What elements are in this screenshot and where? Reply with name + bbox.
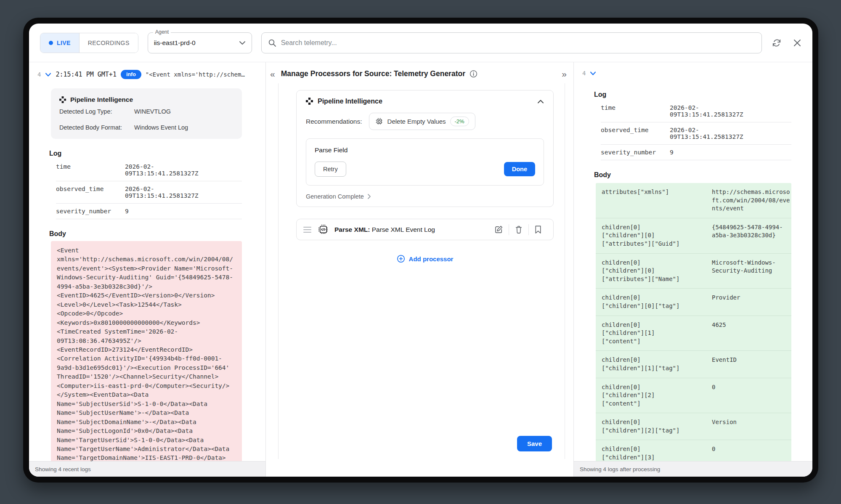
log-kv-row: observed_time 2026-02- 09T13:15:41.25813… — [56, 181, 242, 204]
search-input[interactable]: Search telemetry... — [261, 32, 762, 53]
edit-processor-icon[interactable] — [489, 225, 509, 234]
search-icon — [268, 39, 276, 47]
agent-select-value: iis-east1-prd-0 — [154, 39, 239, 47]
search-placeholder: Search telemetry... — [281, 39, 337, 47]
add-processor-button[interactable]: Add processor — [296, 255, 554, 263]
log-kv-row: severity_number 9 — [601, 145, 791, 160]
log-entry-index: 4 — [37, 71, 41, 78]
processed-body-table: attributes["xmlns"] http://schemas.micro… — [596, 183, 791, 461]
parse-field-title: Parse Field — [315, 146, 535, 154]
info-icon[interactable] — [470, 70, 478, 78]
recommendation-chip-label: Delete Empty Values — [387, 118, 446, 125]
processors-panel: « Manage Processors for Source: Telemetr… — [266, 62, 573, 477]
mode-toggle: LIVE RECORDINGS — [40, 33, 138, 53]
collapse-right-icon[interactable]: » — [562, 69, 567, 78]
left-status-text: Showing 4 recent logs — [35, 466, 91, 472]
processed-body-row: children[0] ["children"][2] ["content"] … — [596, 378, 791, 414]
processor-name-prefix: Parse XML: — [334, 226, 370, 233]
chevron-down-icon — [239, 41, 246, 45]
topbar: LIVE RECORDINGS Agent iis-east1-prd-0 — [29, 24, 812, 62]
processed-entry-header[interactable]: 4 — [582, 70, 812, 77]
processor-name-rest: Parse XML Event Log — [370, 226, 435, 233]
log-kv-row: severity_number 9 — [56, 204, 242, 219]
pipeline-intelligence-card: Pipeline Intelligence Recommendations: — [296, 90, 554, 207]
log-entry-header[interactable]: 4 2:15:41 PM GMT+1 info "<Event xmlns='h… — [37, 70, 265, 79]
processors-scroll[interactable]: Pipeline Intelligence Recommendations: — [278, 83, 565, 459]
recommendation-delta-badge: -2% — [450, 117, 469, 126]
processor-row[interactable]: Parse XML: Parse XML Event Log — [296, 219, 554, 240]
pipeline-intelligence-icon — [59, 96, 66, 103]
processors-panel-title: Manage Processors for Source: Telemetry … — [281, 69, 465, 78]
save-button[interactable]: Save — [517, 436, 552, 451]
refresh-icon[interactable] — [772, 38, 781, 48]
log-entry-timestamp: 2:15:41 PM GMT+1 — [56, 71, 117, 78]
add-processor-label: Add processor — [409, 255, 454, 263]
log-entry-preview: "<Event xmlns='http://schem… — [146, 71, 259, 78]
pipeline-intelligence-icon — [306, 98, 313, 105]
right-status-bar: Showing 4 logs after processing — [574, 461, 812, 477]
live-logs-panel: 4 2:15:41 PM GMT+1 info "<Event xmlns='h… — [29, 62, 266, 477]
processed-log-kv-table: time 2026-02- 09T13:15:41.2581327Z obser… — [601, 100, 791, 160]
detected-row: Detected Log Type: WINEVTLOG — [59, 103, 233, 119]
tab-recordings[interactable]: RECORDINGS — [79, 33, 138, 53]
log-kv-row: time 2026-02- 09T13:15:41.2581327Z — [56, 159, 242, 181]
plus-circle-icon — [397, 255, 405, 263]
tab-recordings-label: RECORDINGS — [88, 40, 130, 46]
tab-live-label: LIVE — [57, 40, 71, 46]
detected-rows: Detected Log Type: WINEVTLOG Detected Bo… — [59, 103, 233, 135]
processed-entry-index: 4 — [582, 70, 586, 77]
processed-body-row: children[0] ["children"][2]["tag"] Versi… — [596, 413, 791, 440]
processed-body-row: children[0] ["children"][3] ["content"] … — [596, 440, 791, 461]
pipeline-intelligence-card-title: Pipeline Intelligence — [318, 98, 382, 105]
right-status-text: Showing 4 logs after processing — [580, 466, 660, 472]
live-logs-scroll[interactable]: 4 2:15:41 PM GMT+1 info "<Event xmlns='h… — [29, 62, 265, 461]
bookmark-processor-icon[interactable] — [529, 225, 547, 234]
drag-handle-icon[interactable] — [302, 225, 312, 234]
pipeline-intelligence-title: Pipeline Intelligence — [70, 96, 133, 103]
processed-body-row: children[0] ["children"][0] ["attributes… — [596, 218, 791, 254]
log-kv-row: time 2026-02- 09T13:15:41.2581327Z — [601, 100, 791, 122]
agent-select[interactable]: Agent iis-east1-prd-0 — [148, 32, 252, 53]
done-button[interactable]: Done — [504, 162, 535, 176]
processed-body-row: children[0] ["children"][0] ["attributes… — [596, 254, 791, 289]
tab-live[interactable]: LIVE — [40, 33, 79, 53]
processed-body-row: children[0] ["children"][0]["tag"] Provi… — [596, 289, 791, 316]
processed-body-row: attributes["xmlns"] http://schemas.micro… — [596, 183, 791, 218]
processed-body-row: children[0] ["children"][1]["tag"] Event… — [596, 351, 791, 378]
desktop-background: LIVE RECORDINGS Agent iis-east1-prd-0 — [0, 0, 841, 504]
detected-row: Detected Body Format: Windows Event Log — [59, 119, 233, 135]
body-section-title: Body — [594, 171, 791, 179]
generation-complete-label: Generation Complete — [306, 193, 364, 200]
delete-processor-icon[interactable] — [509, 225, 528, 234]
pipeline-intelligence-summary-card: Pipeline Intelligence Detected Log Type:… — [51, 88, 242, 139]
close-icon[interactable] — [793, 39, 801, 47]
retry-button[interactable]: Retry — [315, 162, 346, 177]
log-kv-table: time 2026-02- 09T13:15:41.2581327Z obser… — [56, 159, 242, 219]
body-section-title: Body — [49, 230, 242, 238]
processed-logs-panel: 4 Log time — [573, 62, 812, 477]
parse-field-card: Parse Field Retry Done — [306, 138, 544, 186]
agent-select-label: Agent — [153, 29, 171, 35]
generation-complete-link[interactable]: Generation Complete — [306, 193, 544, 200]
parse-xml-processor-icon — [318, 224, 329, 235]
recommendations-label: Recommendations: — [306, 118, 362, 125]
processor-chip-icon — [375, 117, 383, 125]
severity-badge: info — [121, 70, 141, 79]
app-window: LIVE RECORDINGS Agent iis-east1-prd-0 — [23, 18, 818, 483]
collapse-left-icon[interactable]: « — [270, 69, 275, 78]
chevron-down-icon[interactable] — [45, 72, 51, 77]
chevron-right-icon — [367, 194, 371, 199]
chevron-down-icon[interactable] — [590, 71, 596, 76]
log-body-raw: <Event xmlns='http://schemas.microsoft.c… — [51, 241, 242, 461]
log-section-title: Log — [49, 150, 242, 157]
processed-logs-scroll[interactable]: 4 Log time — [574, 62, 812, 461]
recommendation-chip[interactable]: Delete Empty Values -2% — [369, 113, 475, 130]
chevron-up-icon[interactable] — [537, 99, 544, 104]
left-status-bar: Showing 4 recent logs — [29, 461, 265, 477]
processor-name: Parse XML: Parse XML Event Log — [334, 226, 483, 233]
processed-body-row: children[0] ["children"][1] ["content"] … — [596, 316, 791, 351]
live-dot-icon — [49, 41, 53, 45]
log-kv-row: observed_time 2026-02- 09T13:15:41.25813… — [601, 122, 791, 145]
log-section-title: Log — [594, 91, 791, 98]
